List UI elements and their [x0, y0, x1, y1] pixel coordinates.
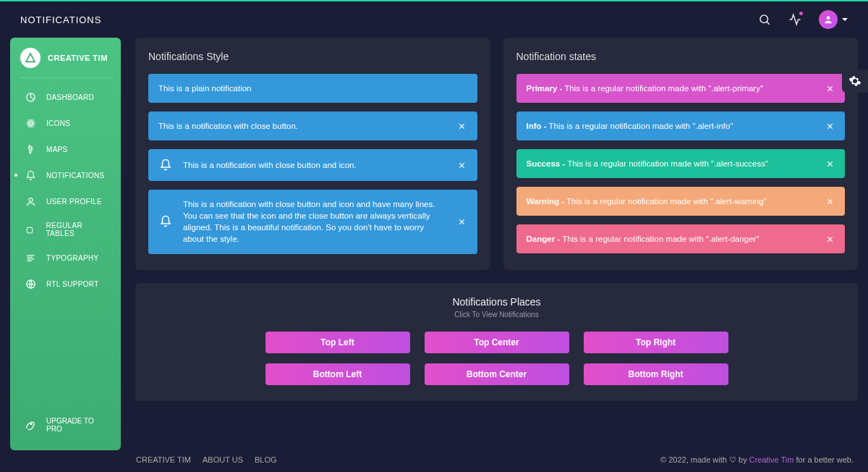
globe-icon [25, 278, 36, 290]
close-icon[interactable] [825, 196, 835, 206]
alert: This is a notification with close button… [148, 111, 477, 140]
sidebar-item-label: MAPS [46, 146, 68, 153]
brand-logo-icon [20, 48, 41, 68]
footer-copyright: © 2022, made with ♡ by Creative Tim for … [660, 455, 854, 465]
place-button-bottom-left[interactable]: Bottom Left [265, 363, 410, 385]
alert: This is a notification with close button… [148, 149, 477, 181]
alert: This is a plain notification [148, 74, 477, 103]
search-button[interactable] [758, 13, 771, 26]
sidebar-item-rtl-support[interactable]: RTL SUPPORT [10, 271, 121, 297]
chart-pie-icon [25, 91, 36, 103]
notification-dot-icon [799, 12, 803, 15]
sidebar-item-label: REGULAR TABLES [46, 222, 111, 237]
alert-text: Danger - This is a regular notification … [527, 233, 815, 245]
alert-warning: Warning - This is a regular notification… [516, 187, 846, 216]
alert-text: This is a plain notification [158, 83, 467, 94]
places-title: Notifications Places [148, 296, 845, 308]
svg-point-1 [827, 16, 830, 20]
bell-icon [158, 158, 173, 172]
sidebar-item-dashboard[interactable]: DASHBOARD [10, 84, 121, 110]
sidebar-item-maps[interactable]: MAPS [10, 136, 121, 162]
sidebar-item-icons[interactable]: ICONS [10, 110, 121, 136]
alert-success: Success - This is a regular notification… [516, 149, 846, 178]
settings-tab[interactable] [842, 69, 868, 93]
place-button-top-right[interactable]: Top Right [584, 332, 728, 353]
close-icon[interactable] [825, 234, 835, 244]
alert-primary: Primary - This is a regular notification… [516, 74, 846, 103]
gear-icon [848, 75, 861, 88]
brand-name: CREATIVE TIM [48, 54, 108, 62]
close-icon[interactable] [457, 160, 467, 170]
alert-text: Primary - This is a regular notification… [527, 83, 815, 94]
svg-point-9 [30, 423, 32, 425]
bell-icon [158, 214, 173, 229]
sidebar-item-user-profile[interactable]: USER PROFILE [10, 188, 121, 214]
sidebar: CREATIVE TIM DASHBOARDICONSMAPSNOTIFICAT… [10, 38, 121, 450]
alert-text: Info - This is a regular notification ma… [527, 120, 815, 132]
chevron-down-icon [842, 18, 848, 21]
alert-text: This is a notification with close button… [158, 120, 447, 132]
sidebar-item-typography[interactable]: TYPOGRAPHY [10, 245, 121, 271]
card-title: Notification states [516, 51, 846, 62]
svg-point-3 [30, 122, 32, 125]
page-title: NOTIFICATIONS [20, 14, 101, 25]
pin-icon [25, 143, 36, 155]
alert-info: Info - This is a regular notification ma… [516, 111, 846, 140]
footer-link[interactable]: BLOG [255, 455, 277, 465]
sidebar-item-label: RTL SUPPORT [46, 280, 99, 288]
svg-point-7 [29, 198, 33, 201]
sidebar-item-label: TYPOGRAPHY [46, 254, 98, 262]
rocket-icon [25, 419, 36, 431]
sidebar-item-label: USER PROFILE [46, 198, 102, 206]
bell-icon [25, 169, 36, 181]
sidebar-item-label: DASHBOARD [46, 93, 94, 101]
footer-link[interactable]: CREATIVE TIM [136, 455, 191, 465]
places-subtitle: Click To View Notifications [148, 311, 845, 319]
place-button-bottom-right[interactable]: Bottom Right [584, 363, 728, 385]
close-icon[interactable] [457, 216, 467, 227]
alert-text: Warning - This is a regular notification… [527, 195, 815, 207]
alert-text: This is a notification with close button… [183, 198, 447, 245]
brand[interactable]: CREATIVE TIM [10, 48, 121, 78]
footer-link[interactable]: ABOUT US [203, 455, 243, 465]
align-icon [25, 252, 36, 264]
sidebar-item-label: ICONS [46, 119, 70, 127]
alert-text: Success - This is a regular notification… [527, 158, 815, 169]
card-notifications-places: Notifications Places Click To View Notif… [135, 283, 858, 401]
sidebar-item-notifications[interactable]: NOTIFICATIONS [10, 162, 121, 188]
upgrade-button[interactable]: UPGRADE TO PRO [10, 410, 121, 440]
close-icon[interactable] [825, 159, 835, 169]
close-icon[interactable] [825, 121, 835, 131]
place-button-top-center[interactable]: Top Center [425, 332, 569, 353]
activity-button[interactable] [788, 13, 801, 26]
puzzle-icon [25, 224, 35, 235]
user-icon [25, 195, 36, 207]
upgrade-label: UPGRADE TO PRO [46, 417, 111, 433]
close-icon[interactable] [825, 83, 835, 93]
place-button-top-left[interactable]: Top Left [265, 332, 410, 353]
footer-link-creative-tim[interactable]: Creative Tim [749, 455, 794, 464]
avatar [819, 10, 838, 29]
atom-icon [25, 117, 36, 129]
heart-icon: ♡ [729, 455, 736, 464]
sidebar-item-regular-tables[interactable]: REGULAR TABLES [10, 214, 121, 245]
card-title: Notifications Style [148, 51, 477, 62]
alert-danger: Danger - This is a regular notification … [516, 224, 846, 253]
svg-point-0 [760, 15, 768, 23]
alert: This is a notification with close button… [148, 190, 477, 253]
card-notification-states: Notification states Primary - This is a … [503, 38, 859, 270]
close-icon[interactable] [457, 121, 467, 131]
card-notifications-style: Notifications Style This is a plain noti… [135, 38, 490, 270]
alert-text: This is a notification with close button… [183, 159, 447, 171]
place-button-bottom-center[interactable]: Bottom Center [425, 363, 569, 385]
sidebar-item-label: NOTIFICATIONS [46, 172, 104, 180]
user-menu[interactable] [819, 10, 848, 29]
